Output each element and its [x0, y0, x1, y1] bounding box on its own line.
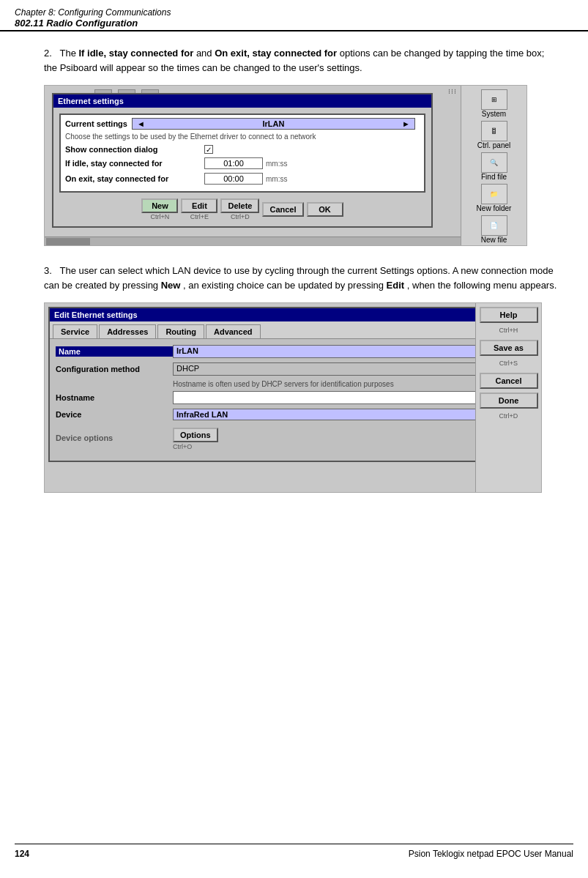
top-dots: ⁞⁞⁞	[448, 88, 457, 95]
dialog-content: Current settings ◄ IrLAN ► Choose the se…	[53, 108, 431, 226]
step2-number: 2.	[44, 48, 52, 59]
cancel-button-ss2[interactable]: Cancel	[480, 373, 538, 389]
tab-routing[interactable]: Routing	[157, 324, 204, 338]
newfile-label: New file	[481, 236, 507, 244]
chapter-title: Chapter 8: Configuring Communications	[15, 7, 573, 18]
sidebar-findfile: 🔍 Find file	[465, 152, 524, 181]
edit-dialog-title: Edit Ethernet settings	[50, 308, 530, 321]
dialog-title: Ethernet settings	[53, 94, 431, 108]
footer-manual-title: Psion Teklogix netpad EPOC User Manual	[409, 849, 573, 859]
findfile-icon[interactable]: 🔍	[481, 152, 507, 173]
device-options-row: Device options Options Ctrl+O	[56, 425, 524, 450]
device-row: Device InfraRed LAN	[56, 409, 524, 420]
step2-and: and	[196, 48, 215, 59]
current-settings-label: Current settings	[65, 119, 127, 128]
new-button[interactable]: New	[141, 198, 178, 213]
name-row: Name IrLAN	[56, 345, 524, 358]
ctrlpanel-label: Ctrl. panel	[477, 141, 511, 149]
dialog-button-row: New Ctrl+N Edit Ctrl+E Delete Ctrl+D	[59, 198, 425, 220]
screenshot2-wrapper: Edit Ethernet settings Service Addresses…	[44, 302, 559, 493]
prev-arrow[interactable]: ◄	[137, 119, 145, 128]
checkmark: ✓	[206, 146, 212, 154]
sidebar-ctrlpanel: 🎛 Ctrl. panel	[465, 121, 524, 149]
edit-ethernet-dialog: Edit Ethernet settings Service Addresses…	[48, 307, 532, 462]
edit-body: Name IrLAN Configuration method DHCP Hos…	[50, 339, 530, 461]
step3-edit-bold: Edit	[387, 280, 405, 291]
step3-new-bold: New	[161, 280, 181, 291]
page-header: Chapter 8: Configuring Communications 80…	[0, 0, 588, 31]
next-arrow[interactable]: ►	[402, 119, 410, 128]
section-title: 802.11 Radio Configuration	[15, 18, 573, 29]
newfolder-icon[interactable]: 📁	[481, 184, 507, 204]
device-value: InfraRed LAN	[173, 409, 524, 420]
help-shortcut: Ctrl+H	[499, 327, 518, 334]
screenshot1: ⌂ ◻ ≡ ⁞⁞⁞ Pass Keyb	[44, 85, 527, 246]
tab-service[interactable]: Service	[53, 324, 97, 338]
irlan-label: IrLAN	[263, 119, 285, 128]
current-settings-row: Current settings ◄ IrLAN ►	[65, 118, 420, 130]
save-as-button[interactable]: Save as	[480, 340, 538, 356]
hostname-label: Hostname	[56, 393, 173, 402]
tab-addresses[interactable]: Addresses	[99, 324, 156, 338]
on-exit-row: On exit, stay connected for 00:00 mm:ss	[65, 173, 420, 185]
new-btn-group: New Ctrl+N	[141, 198, 178, 220]
sidebar-newfile: 📄 New file	[465, 215, 524, 244]
step-2: 2. The If idle, stay connected for and O…	[44, 46, 559, 246]
if-idle-label: If idle, stay connected for	[65, 159, 204, 168]
screenshot1-wrapper: ⌂ ◻ ≡ ⁞⁞⁞ Pass Keyb	[44, 85, 559, 246]
show-connection-label: Show connection dialog	[65, 145, 204, 154]
sidebar-newfolder: 📁 New folder	[465, 184, 524, 212]
name-value[interactable]: IrLAN	[173, 345, 524, 358]
step2-bold2: On exit, stay connected for	[215, 48, 337, 59]
edit-tabs: Service Addresses Routing Advanced	[50, 321, 530, 339]
footer-page-number: 124	[15, 849, 29, 859]
step2-bold1: If idle, stay connected for	[78, 48, 193, 59]
hostname-value[interactable]	[173, 391, 524, 404]
dialog-description: Choose the settings to be used by the Et…	[65, 133, 420, 141]
device-label: Device	[56, 410, 173, 419]
on-exit-value[interactable]: 00:00	[204, 173, 263, 185]
findfile-label: Find file	[481, 173, 507, 181]
step3-text: 3. The user can select which LAN device …	[44, 264, 559, 292]
delete-shortcut: Ctrl+D	[231, 213, 250, 220]
done-button[interactable]: Done	[480, 393, 538, 409]
horizontal-scrollbar[interactable]	[45, 237, 461, 245]
help-button[interactable]: Help	[480, 307, 538, 323]
main-content: 2. The If idle, stay connected for and O…	[0, 31, 588, 866]
dialog-inner: Current settings ◄ IrLAN ► Choose the se…	[59, 114, 425, 193]
system-icon[interactable]: ⊞	[481, 89, 507, 110]
step-3: 3. The user can select which LAN device …	[44, 264, 559, 493]
edit-btn-group: Edit Ctrl+E	[181, 198, 217, 220]
edit-shortcut: Ctrl+E	[190, 213, 209, 220]
show-connection-checkbox[interactable]: ✓	[204, 145, 213, 154]
ss1-right-sidebar: ⊞ System 🎛 Ctrl. panel 🔍 Find file 📁 New…	[461, 86, 526, 245]
if-idle-unit: mm:ss	[266, 160, 287, 168]
step2-the: The	[54, 48, 78, 59]
delete-button[interactable]: Delete	[220, 198, 259, 213]
step2-text: 2. The If idle, stay connected for and O…	[44, 46, 559, 75]
hostname-row: Hostname	[56, 391, 524, 404]
ethernet-settings-dialog: Ethernet settings Current settings ◄ IrL…	[52, 93, 433, 228]
options-shortcut: Ctrl+O	[173, 443, 218, 450]
on-exit-unit: mm:ss	[266, 175, 287, 183]
newfile-icon[interactable]: 📄	[481, 215, 507, 236]
system-label: System	[482, 110, 506, 118]
if-idle-row: If idle, stay connected for 01:00 mm:ss	[65, 157, 420, 169]
options-button[interactable]: Options	[173, 428, 218, 442]
irlan-display: ◄ IrLAN ►	[132, 118, 415, 130]
on-exit-label: On exit, stay connected for	[65, 174, 204, 183]
step3-text3: , when the following menu appears.	[407, 280, 557, 291]
ctrlpanel-icon[interactable]: 🎛	[481, 121, 507, 141]
screenshot2: Edit Ethernet settings Service Addresses…	[44, 302, 542, 493]
new-shortcut: Ctrl+N	[151, 213, 170, 220]
step3-text2: , an existing choice can be updated by p…	[183, 280, 387, 291]
scrollbar-thumb	[46, 238, 90, 245]
edit-button[interactable]: Edit	[181, 198, 217, 213]
if-idle-value[interactable]: 01:00	[204, 157, 263, 169]
tab-advanced[interactable]: Advanced	[206, 324, 261, 338]
config-method-value[interactable]: DHCP	[173, 362, 524, 376]
page-footer: 124 Psion Teklogix netpad EPOC User Manu…	[15, 844, 573, 859]
cancel-button[interactable]: Cancel	[262, 202, 303, 217]
ok-button[interactable]: OK	[307, 202, 343, 217]
newfolder-label: New folder	[477, 204, 512, 212]
